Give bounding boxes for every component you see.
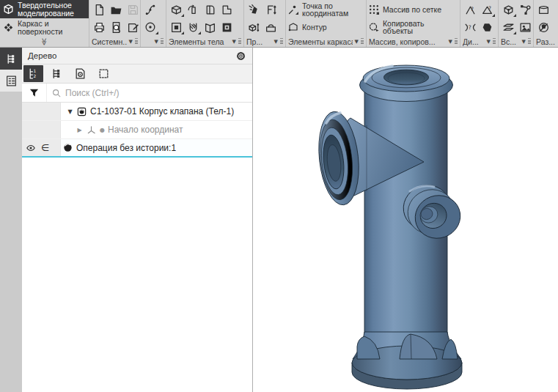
section-dropdown-arrow[interactable]: ▼ xyxy=(487,39,491,45)
section-dropdown-arrow[interactable]: ▼ xyxy=(274,39,278,45)
linked-points-icon xyxy=(519,4,532,16)
expand-arrow-icon[interactable]: ▼ xyxy=(67,108,73,115)
collapse-arrow-icon[interactable]: ▶ xyxy=(76,127,83,133)
copy-objects-button[interactable]: Копировать объекты xyxy=(367,18,460,36)
tree-row-label: Операция без истории:1 xyxy=(76,143,176,153)
copy-objects-label: Копировать объекты xyxy=(383,20,425,35)
aux-photo-button[interactable] xyxy=(517,19,534,35)
diagnostic-angle-2-button[interactable]: ? xyxy=(479,1,496,18)
3d-model-valve-body[interactable] xyxy=(253,48,558,392)
disc-tool-button[interactable] xyxy=(142,19,159,35)
tree-row-label: С1-1037-01 Корпус клапана (Тел-1) xyxy=(90,106,234,117)
toolbar-section-body-elements: Элементы тела▼ xyxy=(166,0,244,47)
diagnostic-blob-button[interactable] xyxy=(479,19,496,35)
save-as-button[interactable] xyxy=(125,19,141,35)
filter-button[interactable] xyxy=(22,84,47,102)
section-label-body-elements: Элементы тела xyxy=(169,37,230,46)
parameters-panel-icon xyxy=(5,75,18,87)
gear-icon[interactable] xyxy=(235,51,246,62)
tree-numbered-view-button[interactable]: 12 xyxy=(23,65,43,82)
section-grip[interactable] xyxy=(361,38,364,45)
open-folder-icon xyxy=(110,4,122,16)
section-grip[interactable] xyxy=(161,38,164,45)
tree-row-gutter xyxy=(22,103,61,120)
tree-selection-frame-button[interactable] xyxy=(94,65,114,82)
aux-linked-points-button[interactable] xyxy=(517,1,534,18)
tray-feature-button[interactable] xyxy=(263,19,279,35)
blob-icon xyxy=(481,21,493,34)
toolbar-section-diagnostics: ? ? ? Ди...▼ xyxy=(460,0,499,47)
section-grip[interactable] xyxy=(135,38,138,45)
printer-icon xyxy=(93,21,106,34)
new-document-button[interactable] xyxy=(91,1,108,18)
tree-row-part[interactable]: ▼ С1-1037-01 Корпус клапана (Тел-1) xyxy=(22,103,252,121)
section-grip[interactable] xyxy=(455,38,458,45)
tree-relations-view-button[interactable] xyxy=(70,65,90,82)
aux-cube-axes-button[interactable] xyxy=(500,1,517,18)
section-grip[interactable] xyxy=(280,38,283,45)
section-label-system: Системн... xyxy=(92,37,127,46)
tree-panel-icon xyxy=(5,53,18,65)
point-by-coordinates-button[interactable]: Точка по координатам xyxy=(286,1,366,18)
array-by-grid-button[interactable]: Массив по сетке xyxy=(367,1,460,18)
viewport-3d[interactable] xyxy=(253,48,558,392)
section-label-raz: Раз... xyxy=(536,37,556,46)
toolbar-section-system: Системн...▼ xyxy=(89,0,141,47)
revolve-icon xyxy=(187,4,199,16)
section-dropdown-arrow[interactable]: ▼ xyxy=(155,39,158,45)
smooth-feature-button[interactable] xyxy=(246,1,263,18)
shell-element-button[interactable] xyxy=(202,19,219,35)
cube-scale-icon xyxy=(248,21,260,34)
boss-icon xyxy=(204,4,216,16)
section-dropdown-arrow[interactable]: ▼ xyxy=(232,39,236,45)
section-dropdown-arrow[interactable]: ▼ xyxy=(449,39,452,45)
toolbar-section-pr: Пр...▼ xyxy=(244,0,286,47)
section-sheet-button[interactable] xyxy=(535,1,552,18)
tree-row-gutter xyxy=(22,121,61,138)
section-dropdown-arrow[interactable]: ▼ xyxy=(129,39,133,45)
save-document-button[interactable] xyxy=(125,1,141,18)
extrude-element-button[interactable] xyxy=(168,1,185,18)
cut-revolve-button[interactable] xyxy=(185,19,202,35)
mode-solid-modeling[interactable]: Твердотельное моделирование xyxy=(0,0,89,18)
hide-object-button[interactable] xyxy=(535,19,552,35)
section-grip[interactable] xyxy=(528,38,531,45)
cube-scale-feature-button[interactable] xyxy=(246,19,263,35)
boss-element-button[interactable] xyxy=(202,1,219,18)
section-grip[interactable] xyxy=(238,38,241,45)
mode-wireframe-surfaces[interactable]: Каркас и поверхности xyxy=(0,18,89,37)
tree-structure-view-button[interactable] xyxy=(47,65,67,82)
spline-tool-button[interactable] xyxy=(142,1,159,18)
section-grip[interactable] xyxy=(493,38,496,45)
copy-objects-icon xyxy=(368,21,380,33)
bullet-icon: ● xyxy=(100,127,105,133)
boolean-operation-button[interactable] xyxy=(219,19,235,35)
tree-row-origin[interactable]: ▶ ● Начало координат xyxy=(22,121,252,139)
diagnostic-angle-button[interactable]: ? xyxy=(462,1,479,18)
pinch-question-icon: ? xyxy=(464,21,477,34)
print-preview-button[interactable] xyxy=(108,19,125,35)
cut-extrude-button[interactable] xyxy=(168,19,185,35)
toolbar-section-frame-elements: Точка по координатам Контур Массив, копи… xyxy=(286,0,367,47)
section-dropdown-arrow[interactable]: ▼ xyxy=(522,39,526,45)
eye-icon[interactable] xyxy=(26,143,36,153)
section-label-diagnostics: Ди... xyxy=(463,37,485,46)
tree-search-bar xyxy=(22,84,252,103)
panel-tab-parameters[interactable] xyxy=(0,70,22,92)
collapse-ribbon-button[interactable]: ≫ xyxy=(0,37,89,47)
panel-tab-tree[interactable] xyxy=(0,48,22,70)
section-label-pr: Пр... xyxy=(246,37,272,46)
search-input[interactable] xyxy=(65,88,248,98)
print-button[interactable] xyxy=(91,19,108,35)
open-document-button[interactable] xyxy=(108,1,125,18)
diagnostic-pinch-button[interactable]: ? xyxy=(462,19,479,35)
revolve-element-button[interactable] xyxy=(185,1,202,18)
aux-planes-button[interactable] xyxy=(500,19,517,35)
section-dropdown-arrow[interactable]: ▼ xyxy=(355,39,359,45)
contour-button[interactable]: Контур xyxy=(286,18,366,36)
corner-element-button[interactable] xyxy=(219,1,235,18)
tree-row-operation[interactable]: ∈ Операция без истории:1 xyxy=(22,139,252,158)
scale-feature-button[interactable] xyxy=(263,1,279,18)
cut-revolve-icon xyxy=(187,21,199,34)
solid-modeling-cube-icon xyxy=(2,3,15,15)
